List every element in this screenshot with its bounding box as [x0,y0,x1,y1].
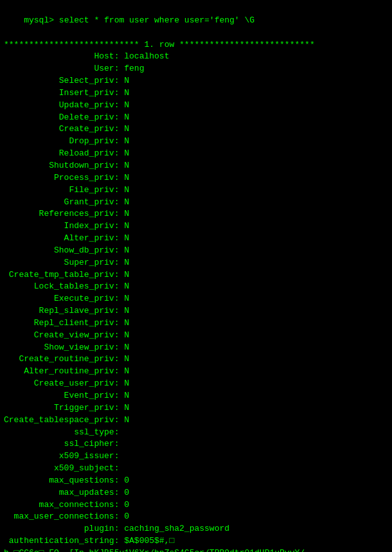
field-value: N [124,136,129,146]
field-name: Create_tmp_table_priv: [4,270,124,280]
field-row: Lock_tables_priv: N [4,281,388,293]
field-row: Event_priv: N [4,390,388,402]
field-row: Show_db_priv: N [4,245,388,257]
field-name: Show_view_priv: [4,343,124,352]
field-value: N [124,378,129,388]
field-value: N [124,148,129,158]
field-row: Create_tablespace_priv: N [4,414,388,427]
field-value: N [124,197,129,207]
field-row: max_user_connections: 0 [4,511,388,523]
field-value: N [124,330,129,340]
field-value: N [124,124,129,134]
field-value: N [124,100,129,110]
command-text: select * from user where user='feng' \G [59,15,254,25]
field-name: Create_user_priv: [4,378,124,388]
field-value: N [124,245,129,255]
field-name: Execute_priv: [4,294,124,303]
field-name: max_connections: [4,500,124,510]
field-row: Alter_priv: N [4,233,388,245]
field-value: N [124,281,129,291]
field-row: plugin: caching_sha2_password [4,523,388,535]
field-value: N [124,173,129,183]
field-row: Grant_priv: N [4,197,388,209]
field-value: N [124,318,129,328]
field-name: References_priv: [4,209,124,218]
field-name: Lock_tables_priv: [4,281,124,291]
field-name: Super_priv: [4,258,124,267]
field-row: Update_priv: N [4,100,388,112]
field-name: Event_priv: [4,391,124,400]
field-row: Drop_priv: N [4,136,388,148]
field-value: N [124,209,129,218]
field-value: N [124,415,129,425]
field-row: Host: localhost [4,51,388,63]
field-row: Create_view_priv: N [4,330,388,342]
field-value: N [124,306,129,316]
field-name: User: [4,64,124,73]
command-line: mysql> select * from user where user='fe… [4,3,388,39]
field-name: Grant_priv: [4,197,124,207]
field-row: Execute_priv: N [4,293,388,305]
field-name: ssl_cipher: [4,439,124,449]
field-name: Process_priv: [4,173,124,183]
field-row: max_updates: 0 [4,487,388,499]
field-row: ssl_type: [4,427,388,439]
field-name: Repl_client_priv: [4,318,124,328]
field-value: N [124,354,129,364]
field-name: Alter_priv: [4,233,124,243]
field-row: ssl_cipher: [4,438,388,450]
field-value: feng [124,64,144,73]
field-name: Repl_slave_priv: [4,306,124,316]
field-name: max_questions: [4,476,124,485]
field-name: Alter_routine_priv: [4,366,124,376]
field-row: Reload_priv: N [4,148,388,160]
field-value: N [124,185,129,195]
field-row: max_connections: 0 [4,499,388,512]
field-name: Create_routine_priv: [4,354,124,364]
field-value: 0 [124,512,129,521]
field-name: Index_priv: [4,221,124,231]
field-name: File_priv: [4,185,124,195]
field-name: max_updates: [4,488,124,497]
field-name: Show_db_priv: [4,245,124,255]
field-row: Process_priv: N [4,172,388,184]
field-row-auth-string-continued: h □CC6o□ FQ, [In bKJB55u1V6Yr/hpZsS4G5or… [4,548,388,552]
field-row: x509_subject: [4,463,388,475]
mysql-prompt: mysql> [24,15,59,25]
field-name: Drop_priv: [4,136,124,146]
field-value: N [124,403,129,413]
field-name: Shutdown_priv: [4,161,124,170]
field-row: Create_priv: N [4,123,388,136]
field-value: 0 [124,488,129,497]
field-name: Create_priv: [4,124,124,134]
field-value: N [124,366,129,376]
field-row: Show_view_priv: N [4,342,388,354]
field-value: N [124,76,129,85]
field-row: Super_priv: N [4,257,388,269]
field-value: N [124,343,129,352]
field-value: N [124,88,129,98]
field-name: Trigger_priv: [4,403,124,413]
fields-table: Host: localhost User: feng Select_priv: … [4,51,388,552]
field-name: Delete_priv: [4,112,124,122]
field-value: N [124,258,129,267]
field-row: Repl_client_priv: N [4,317,388,330]
row-separator: *************************** 1. row *****… [4,39,388,51]
field-name: x509_issuer: [4,451,124,461]
field-value: 0 [124,500,129,510]
field-value: localhost [124,51,169,61]
field-value-auth-string: $A$005$#,□ [124,536,174,546]
field-value: N [124,233,129,243]
field-row: Alter_routine_priv: N [4,366,388,378]
field-row: Repl_slave_priv: N [4,305,388,317]
terminal-window: mysql> select * from user where user='fe… [4,3,388,51]
field-name: Select_priv: [4,76,124,85]
field-row: File_priv: N [4,184,388,197]
field-value: caching_sha2_password [124,524,229,533]
field-row: Insert_priv: N [4,87,388,100]
field-row: Create_routine_priv: N [4,353,388,366]
field-row: Delete_priv: N [4,112,388,124]
field-row: References_priv: N [4,208,388,220]
field-row: max_questions: 0 [4,475,388,487]
field-row: Index_priv: N [4,220,388,233]
